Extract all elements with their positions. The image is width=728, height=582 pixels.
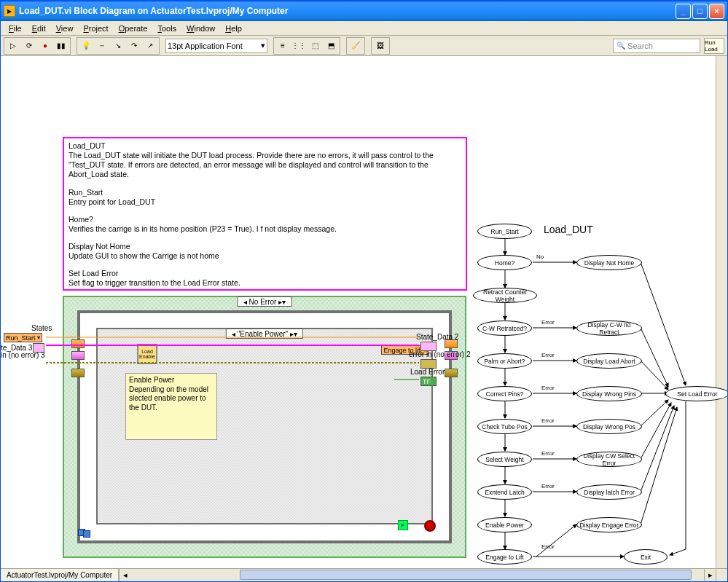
scroll-thumb[interactable] <box>240 570 692 580</box>
window-title: Load_DUT.vi Block Diagram on ActuatorTes… <box>19 6 676 16</box>
resize-button[interactable]: ⬚ <box>307 39 323 53</box>
svg-line-23 <box>641 361 668 390</box>
abort-button[interactable]: ● <box>37 39 53 53</box>
highlight-button[interactable]: 💡 <box>78 39 94 53</box>
menu-view[interactable]: View <box>51 23 79 34</box>
close-button[interactable]: × <box>709 4 724 19</box>
menu-help[interactable]: Help <box>220 23 247 34</box>
node-display-wrong-pins: Display Wrong Pins <box>576 386 642 401</box>
statusbar: ActuatorTest.lvproj/My Computer ◂ ▸ <box>1 568 727 581</box>
app-icon: ▶ <box>4 5 15 17</box>
node-exit: Exit <box>624 549 668 565</box>
reorder-button[interactable]: ⬒ <box>323 39 339 53</box>
c-p1: The Load_DUT state will initiate the DUT… <box>69 151 461 179</box>
node-display-cw-select-error: Display CW Select Error <box>576 452 642 467</box>
distribute-button[interactable]: ⋮⋮ <box>291 39 307 53</box>
node-display-latch-error: Display latch Error <box>576 484 642 500</box>
search-input[interactable]: 🔍 Search <box>613 39 700 53</box>
maximize-button[interactable]: □ <box>692 4 708 19</box>
run-continuous-button[interactable]: ⟳ <box>21 39 37 53</box>
header-comment: Load_DUT The Load_DUT state will initiat… <box>63 137 467 291</box>
node-display-not-home: Display Not Home <box>576 255 642 270</box>
resize-grip-icon[interactable] <box>716 569 727 581</box>
node-correct-pins: Correct Pins? <box>477 386 532 401</box>
run-group: ▷ ⟳ ● ▮▮ <box>4 37 71 55</box>
debug-group: 💡 ⎓ ↘ ↷ ↗ <box>77 37 160 55</box>
node-extend-latch: Exntend Latch <box>477 484 532 500</box>
flowchart: Load_DUT <box>467 224 715 568</box>
menu-tools[interactable]: Tools <box>152 23 181 34</box>
svg-line-31 <box>670 549 686 555</box>
node-select-weight: Select Weight <box>477 452 532 467</box>
block-diagram-canvas[interactable]: Load_DUT The Load_DUT state will initiat… <box>1 56 727 568</box>
pause-button[interactable]: ▮▮ <box>53 39 69 53</box>
node-display-wrong-pos: Display Wrong Pos <box>576 419 642 434</box>
cleanup-group: 🧹 <box>346 37 365 55</box>
menu-edit[interactable]: Edit <box>27 23 51 34</box>
toolbar: ▷ ⟳ ● ▮▮ 💡 ⎓ ↘ ↷ ↗ 13pt Application Font… <box>1 36 727 56</box>
c-h1: Load_DUT <box>69 141 461 151</box>
node-engage-to-lift: Engage to Lift <box>477 549 532 565</box>
menu-file[interactable]: File <box>4 23 27 34</box>
retain-wire-button[interactable]: ⎓ <box>94 39 110 53</box>
cleanup-button[interactable]: 🧹 <box>348 39 364 53</box>
node-run-start: Run_Start <box>477 224 532 239</box>
label-no: No <box>536 253 544 260</box>
svg-line-29 <box>641 262 686 385</box>
titlebar[interactable]: ▶ Load_DUT.vi Block Diagram on ActuatorT… <box>1 1 727 21</box>
menubar: File Edit View Project Operate Tools Win… <box>1 21 727 36</box>
wires <box>1 296 467 558</box>
font-label: 13pt Application Font <box>168 42 243 50</box>
node-cw-retr: C-W Retratced? <box>477 321 532 336</box>
misc-button[interactable]: 🖼 <box>372 39 388 53</box>
horizontal-scrollbar[interactable] <box>130 569 704 581</box>
node-display-cw-no-retract: Display C-W no Retract <box>576 321 642 336</box>
scroll-left-button[interactable]: ◂ <box>119 569 130 581</box>
step-over-button[interactable]: ↷ <box>126 39 142 53</box>
node-home: Home? <box>477 255 532 270</box>
project-tab[interactable]: ActuatorTest.lvproj/My Computer <box>1 569 119 581</box>
node-display-load-abort: Display Load Abort <box>576 353 642 369</box>
menu-window[interactable]: Window <box>181 23 220 34</box>
node-enable-power: Enable Power <box>477 517 532 532</box>
node-display-engage-error: Display Engage Error <box>576 517 642 532</box>
search-placeholder: Search <box>627 42 653 50</box>
step-out-button[interactable]: ↗ <box>142 39 158 53</box>
node-palm-abort: Palm or Abort? <box>477 353 532 369</box>
svg-line-25 <box>641 400 668 426</box>
align-button[interactable]: ≡ <box>275 39 291 53</box>
svg-line-22 <box>641 328 668 387</box>
scroll-right-button[interactable]: ▸ <box>704 569 716 581</box>
svg-line-27 <box>641 406 674 492</box>
misc-group: 🖼 <box>371 37 390 55</box>
font-selector[interactable]: 13pt Application Font▾ <box>165 39 267 53</box>
step-into-button[interactable]: ↘ <box>110 39 126 53</box>
minimize-button[interactable]: _ <box>676 4 691 19</box>
align-group: ≡ ⋮⋮ ⬚ ⬒ <box>273 37 340 55</box>
svg-line-21 <box>536 524 576 557</box>
menu-operate[interactable]: Operate <box>114 23 153 34</box>
window-controls: _ □ × <box>676 4 724 19</box>
window: ▶ Load_DUT.vi Block Diagram on ActuatorT… <box>0 0 728 582</box>
node-retract-cw: Retract Counter Weight <box>473 288 537 303</box>
context-help-button[interactable]: Run Load <box>704 38 724 54</box>
menu-project[interactable]: Project <box>78 23 113 34</box>
node-check-tube-pos: Check Tube Pos <box>477 419 532 434</box>
run-button[interactable]: ▷ <box>5 39 21 53</box>
node-set-load-error: Set Load Error <box>665 386 727 401</box>
